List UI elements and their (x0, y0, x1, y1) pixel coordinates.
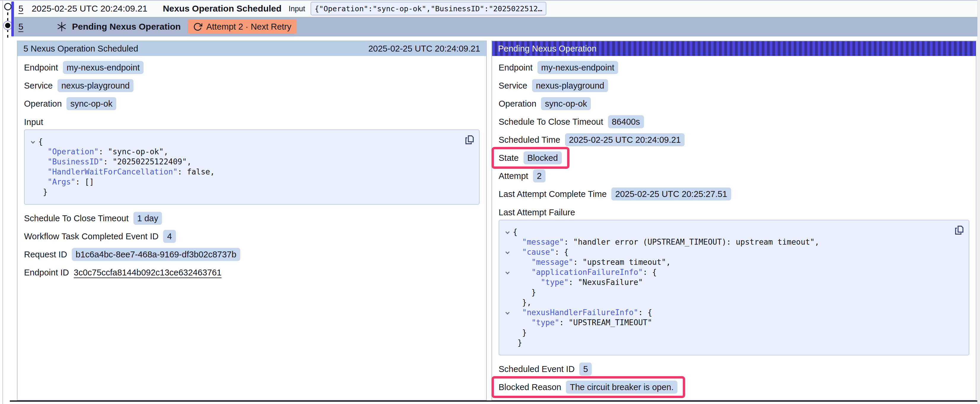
vertical-scrollbar[interactable] (977, 0, 980, 404)
field-label: Workflow Task Completed Event ID (24, 231, 158, 241)
pending-panel-title: Pending Nexus Operation (498, 44, 597, 54)
field-value-chip: sync-op-ok (67, 97, 116, 110)
detail-bottom-divider (10, 401, 978, 402)
scheduled-panel-timestamp: 2025-02-25 UTC 20:24:09.21 (368, 44, 480, 54)
field-last-attempt-complete-time: Last Attempt Complete Time 2025-02-25 UT… (499, 187, 969, 201)
field-value-chip: 4 (163, 230, 176, 243)
event-row-nexus-operation-scheduled[interactable]: 5 2025-02-25 UTC 20:24:09.21 Nexus Opera… (14, 1, 978, 17)
copy-input-button[interactable] (463, 133, 476, 146)
field-label: Scheduled Time (499, 135, 560, 145)
failure-block-label: Last Attempt Failure (499, 206, 969, 217)
field-label: State (499, 153, 519, 163)
field-endpoint-id: Endpoint ID 3c0c75ccfa8144b092c13ce63246… (24, 266, 480, 279)
field-label: Blocked Reason (499, 382, 561, 392)
endpoint-id-link[interactable]: 3c0c75ccfa8144b092c13ce632463761 (74, 268, 221, 277)
field-value-chip: 2025-02-25 UTC 20:24:09.21 (565, 133, 684, 146)
copy-icon (954, 225, 964, 236)
input-json-viewer: { "Operation": "sync-op-ok", "BusinessID… (24, 130, 480, 205)
field-schedule-to-close-timeout: Schedule To Close Timeout 86400s (499, 115, 969, 128)
field-endpoint: Endpoint my-nexus-endpoint (24, 61, 480, 74)
event-history-detail-view: 5 2025-02-25 UTC 20:24:09.21 Nexus Opera… (0, 0, 980, 404)
field-label: Attempt (499, 171, 528, 181)
event-timestamp: 2025-02-25 UTC 20:24:09.21 (32, 3, 147, 14)
input-label: Input (289, 5, 305, 13)
field-label: Endpoint (499, 63, 533, 73)
field-label: Request ID (24, 250, 67, 260)
scheduled-panel-header: 5 Nexus Operation Scheduled 2025-02-25 U… (18, 41, 486, 56)
field-state: State Blocked (499, 151, 969, 165)
field-label: Service (24, 81, 53, 90)
retry-icon (193, 22, 202, 32)
copy-failure-button[interactable] (953, 224, 965, 236)
field-schedule-to-close-timeout: Schedule To Close Timeout 1 day (24, 212, 480, 225)
field-value-chip: 86400s (608, 115, 644, 128)
field-value-chip: sync-op-ok (541, 97, 591, 110)
field-value-chip: 5 (579, 363, 592, 375)
blocked-reason-value-chip: The circuit breaker is open. (566, 380, 678, 394)
event-title: Nexus Operation Scheduled (163, 3, 282, 14)
left-border (2, 0, 3, 404)
field-scheduled-event-id: Scheduled Event ID 5 (499, 363, 969, 375)
retry-badge-label: Attempt 2 · Next Retry (206, 22, 291, 32)
input-json-lines: { "Operation": "sync-op-ok", "BusinessID… (28, 136, 461, 197)
scheduled-event-detail-panel: 5 Nexus Operation Scheduled 2025-02-25 U… (17, 41, 487, 401)
pending-panel-header: Pending Nexus Operation (492, 41, 976, 56)
field-endpoint: Endpoint my-nexus-endpoint (499, 61, 969, 74)
copy-icon (464, 135, 474, 145)
timeline-open-dot-icon (4, 3, 11, 10)
field-value-chip: nexus-playground (57, 79, 134, 92)
event-row-pending-nexus-operation[interactable]: 5 Pending Nexus Operation Attempt 2 · Ne… (14, 17, 978, 36)
field-label: Scheduled Event ID (499, 364, 574, 374)
pending-event-title: Pending Nexus Operation (72, 22, 181, 32)
field-label: Schedule To Close Timeout (499, 117, 603, 127)
field-blocked-reason: Blocked Reason The circuit breaker is op… (499, 380, 969, 394)
field-label: Endpoint (24, 63, 58, 73)
field-label: Service (499, 81, 527, 90)
field-label: Operation (499, 99, 536, 109)
event-detail-panels: 5 Nexus Operation Scheduled 2025-02-25 U… (17, 41, 977, 401)
field-scheduled-time: Scheduled Time 2025-02-25 UTC 20:24:09.2… (499, 133, 969, 146)
field-operation: Operation sync-op-ok (499, 97, 969, 110)
field-value-chip: 2 (533, 170, 546, 182)
field-label: Schedule To Close Timeout (24, 214, 129, 223)
input-preview-chip[interactable]: {"Operation":"sync-op-ok","BusinessID":"… (310, 2, 547, 16)
field-value-chip: nexus-playground (532, 79, 608, 92)
field-service: Service nexus-playground (24, 79, 480, 92)
field-value-chip: b1c6a4bc-8ee7-468a-9169-df3b02c8737b (72, 248, 240, 261)
field-value-chip: 1 day (134, 212, 162, 225)
field-label: Last Attempt Complete Time (499, 189, 606, 199)
pending-asterisk-icon (57, 22, 67, 32)
field-label: Operation (24, 99, 62, 109)
selected-event-indicator-bar (11, 2, 14, 36)
input-block-label: Input (24, 115, 480, 127)
field-value-chip: 2025-02-25 UTC 20:25:27.51 (611, 187, 731, 201)
field-request-id: Request ID b1c6a4bc-8ee7-468a-9169-df3b0… (24, 248, 480, 261)
state-value-chip: Blocked (523, 151, 562, 165)
pending-operation-detail-panel: Pending Nexus Operation Endpoint my-nexu… (492, 41, 977, 401)
pending-event-id-link[interactable]: 5 (18, 22, 24, 32)
field-operation: Operation sync-op-ok (24, 97, 480, 110)
field-label: Endpoint ID (24, 268, 69, 277)
event-id-link[interactable]: 5 (18, 3, 24, 14)
field-service: Service nexus-playground (499, 79, 969, 92)
retry-attempt-badge: Attempt 2 · Next Retry (188, 19, 297, 34)
field-value-chip: my-nexus-endpoint (63, 61, 144, 74)
field-workflow-task-completed-event-id: Workflow Task Completed Event ID 4 (24, 230, 480, 243)
failure-json-lines: { "message": "handler error (UPSTREAM_TI… (502, 227, 951, 348)
failure-json-viewer: { "message": "handler error (UPSTREAM_TI… (499, 220, 969, 355)
scheduled-panel-title: 5 Nexus Operation Scheduled (24, 44, 138, 54)
field-value-chip: my-nexus-endpoint (538, 61, 619, 74)
field-attempt: Attempt 2 (499, 170, 969, 182)
